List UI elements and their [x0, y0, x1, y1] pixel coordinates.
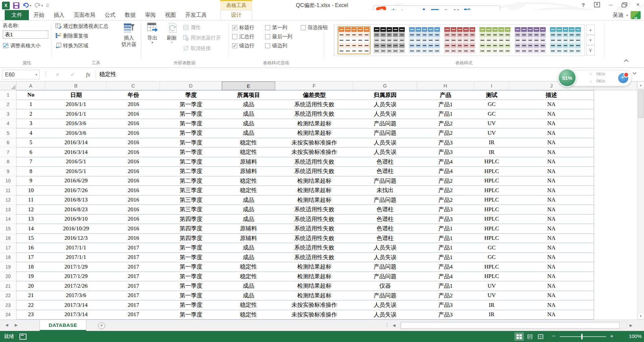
- table-cell[interactable]: 第四季度: [160, 215, 222, 224]
- row-header-12[interactable]: 12: [0, 195, 16, 205]
- prev-sheet-button[interactable]: ◀: [5, 323, 8, 327]
- customize-qat-button[interactable]: ⍗: [46, 3, 49, 8]
- table-cell[interactable]: 稳定性: [222, 138, 275, 148]
- row-header-9[interactable]: 9: [0, 167, 16, 176]
- insert-function-icon[interactable]: fx: [86, 71, 90, 78]
- table-cell[interactable]: 色谱柱: [353, 215, 417, 224]
- table-cell[interactable]: UV: [474, 281, 509, 291]
- table-header-cell[interactable]: No: [16, 90, 45, 100]
- table-cell[interactable]: NA: [509, 291, 594, 301]
- table-cell[interactable]: 成品: [222, 128, 275, 138]
- table-cell[interactable]: 22: [16, 300, 45, 310]
- table-cell[interactable]: 2017/2/26: [45, 281, 107, 291]
- table-cell[interactable]: 16: [16, 243, 45, 253]
- table-cell[interactable]: 第二季度: [160, 167, 222, 176]
- table-cell[interactable]: 2016/5/1: [45, 157, 107, 167]
- tab-6[interactable]: 视图: [160, 10, 181, 20]
- table-cell[interactable]: HPLC: [474, 215, 509, 224]
- table-cell[interactable]: 2016/8/13: [45, 195, 107, 205]
- table-cell[interactable]: 系统适用性失败: [275, 234, 353, 243]
- table-cell[interactable]: 2017: [107, 262, 160, 272]
- table-cell[interactable]: 第一季度: [160, 310, 222, 320]
- tab-7[interactable]: 开发工具: [181, 10, 211, 20]
- table-cell[interactable]: 人员失误: [353, 109, 417, 119]
- table-cell[interactable]: NA: [509, 176, 594, 186]
- table-cell[interactable]: 系统适用性失败: [275, 157, 353, 167]
- table-cell[interactable]: 5: [16, 138, 45, 148]
- table-cell[interactable]: 2016: [107, 176, 160, 186]
- ribbon-display-options-button[interactable]: [594, 2, 600, 7]
- table-cell[interactable]: 稳定性: [222, 186, 275, 195]
- table-cell[interactable]: 稳定性: [222, 262, 275, 272]
- table-style-swatch-black[interactable]: [374, 27, 405, 53]
- table-cell[interactable]: 人员失误: [353, 253, 417, 263]
- tab-file[interactable]: 文件: [5, 10, 29, 20]
- table-header-cell[interactable]: 季度: [160, 90, 222, 100]
- row-header-5[interactable]: 5: [0, 128, 16, 138]
- close-button[interactable]: ×: [635, 1, 641, 8]
- column-header-D[interactable]: D: [160, 81, 222, 90]
- tab-5[interactable]: 审阅: [140, 10, 160, 20]
- column-header-B[interactable]: B: [45, 81, 107, 90]
- table-cell[interactable]: 第一季度: [160, 281, 222, 291]
- help-button[interactable]: ?: [580, 2, 587, 8]
- table-cell[interactable]: 2016/7/26: [45, 186, 107, 195]
- undo-button[interactable]: ▾: [23, 3, 31, 8]
- table-cell[interactable]: 产品4: [417, 167, 474, 176]
- row-header-16[interactable]: 16: [0, 234, 16, 243]
- row-header-20[interactable]: 20: [0, 272, 16, 282]
- table-cell[interactable]: 成品: [222, 119, 275, 129]
- table-header-cell[interactable]: 日期: [45, 90, 107, 100]
- table-cell[interactable]: 原辅料: [222, 167, 275, 176]
- table-cell[interactable]: NA: [509, 215, 594, 224]
- checkbox-box-icon[interactable]: [265, 43, 270, 48]
- table-cell[interactable]: 6: [16, 148, 45, 157]
- row-header-7[interactable]: 7: [0, 148, 16, 157]
- table-cell[interactable]: 2016/8/23: [45, 205, 107, 215]
- tab-4[interactable]: 数据: [120, 10, 140, 20]
- checkbox-box-icon[interactable]: [265, 34, 270, 39]
- table-cell[interactable]: 成品: [222, 195, 275, 205]
- table-cell[interactable]: 产品3: [417, 215, 474, 224]
- formula-bar-handle[interactable]: ⋮: [43, 70, 48, 77]
- table-cell[interactable]: HPLC: [474, 224, 509, 234]
- table-cell[interactable]: 2017: [107, 272, 160, 282]
- table-cell[interactable]: NA: [509, 310, 594, 320]
- table-cell[interactable]: 第四季度: [160, 224, 222, 234]
- table-cell[interactable]: 产品3: [417, 300, 474, 310]
- table-cell[interactable]: 人员失误: [353, 300, 417, 310]
- table-cell[interactable]: 第一季度: [160, 243, 222, 253]
- table-cell[interactable]: 产品1: [417, 243, 474, 253]
- zoom-in-button[interactable]: +: [610, 333, 613, 340]
- table-cell[interactable]: IR: [474, 310, 509, 320]
- sheet-tab-database[interactable]: DATABASE: [40, 320, 86, 331]
- row-header-18[interactable]: 18: [0, 253, 16, 263]
- table-cell[interactable]: 成品: [222, 291, 275, 301]
- table-cell[interactable]: 检测结果超标: [275, 128, 353, 138]
- table-cell[interactable]: 2016: [107, 148, 160, 157]
- table-cell[interactable]: 19: [16, 272, 45, 282]
- table-cell[interactable]: 原辅料: [222, 234, 275, 243]
- table-cell[interactable]: 2016/3/14: [45, 148, 107, 157]
- table-cell[interactable]: 产品2: [417, 291, 474, 301]
- table-cell[interactable]: HPLC: [474, 195, 509, 205]
- table-cell[interactable]: 2016: [107, 128, 160, 138]
- table-cell[interactable]: 检测结果超标: [275, 195, 353, 205]
- row-header-21[interactable]: 21: [0, 281, 16, 291]
- table-cell[interactable]: HPLC: [474, 205, 509, 215]
- table-cell[interactable]: 产品问题: [353, 176, 417, 186]
- table-style-swatch-orange[interactable]: [339, 27, 369, 53]
- column-header-A[interactable]: A: [16, 81, 45, 90]
- table-style-swatch-blue[interactable]: [409, 27, 440, 53]
- table-header-cell[interactable]: 测试: [474, 90, 509, 100]
- tab-3[interactable]: 公式: [100, 10, 120, 20]
- table-cell[interactable]: 成品: [222, 100, 275, 110]
- expand-formula-bar-button[interactable]: [632, 72, 637, 75]
- table-cell[interactable]: IR: [474, 148, 509, 157]
- table-cell[interactable]: 第一季度: [160, 300, 222, 310]
- table-cell[interactable]: NA: [509, 109, 594, 119]
- table-cell[interactable]: 产品2: [417, 119, 474, 129]
- table-cell[interactable]: 12: [16, 205, 45, 215]
- table-cell[interactable]: 产品1: [417, 224, 474, 234]
- table-cell[interactable]: 产品3: [417, 310, 474, 320]
